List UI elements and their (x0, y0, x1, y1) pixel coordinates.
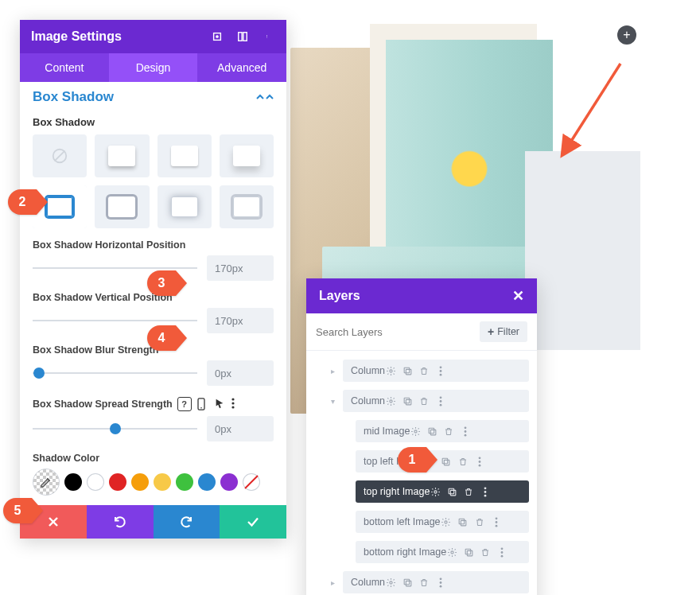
gear-icon[interactable] (385, 395, 396, 406)
gear-icon[interactable] (441, 516, 452, 527)
save-button[interactable] (220, 505, 286, 539)
more-icon[interactable] (261, 29, 275, 44)
svg-point-60 (389, 581, 391, 583)
more-icon[interactable] (491, 516, 502, 527)
layer-row[interactable]: ▸Column (309, 567, 534, 595)
color-black[interactable] (64, 473, 82, 491)
color-yellow[interactable] (154, 473, 171, 491)
shadow-preset-3[interactable] (220, 134, 274, 177)
duplicate-icon[interactable] (402, 365, 413, 376)
color-picker-button[interactable] (33, 469, 60, 496)
layer-row[interactable]: ▸top right Image (309, 476, 534, 507)
layer-label[interactable]: bottom left Image (356, 511, 529, 533)
layer-row[interactable]: ▾Column (309, 386, 534, 416)
spread-value[interactable]: 0px (207, 416, 274, 441)
vertical-value[interactable]: 170px (207, 308, 274, 333)
help-icon[interactable] (235, 29, 250, 44)
option-more-icon[interactable] (231, 398, 244, 410)
layer-row[interactable]: ▸mid Image (309, 416, 534, 446)
color-green[interactable] (176, 473, 193, 491)
trash-icon[interactable] (443, 426, 454, 437)
color-orange[interactable] (131, 473, 149, 491)
responsive-phone-icon[interactable] (196, 398, 209, 410)
shadow-preset-none[interactable] (33, 134, 87, 177)
trash-icon[interactable] (418, 395, 430, 406)
duplicate-icon[interactable] (426, 426, 438, 437)
color-red[interactable] (109, 473, 126, 491)
layer-label[interactable]: top left Image (356, 450, 529, 472)
svg-point-13 (231, 402, 234, 404)
filter-label: Filter (497, 326, 519, 337)
blur-value[interactable]: 0px (207, 360, 274, 386)
svg-rect-56 (465, 549, 471, 554)
gear-icon[interactable] (410, 426, 421, 437)
more-icon[interactable] (435, 395, 446, 406)
gear-icon[interactable] (446, 546, 457, 558)
duplicate-icon[interactable] (463, 546, 474, 558)
duplicate-icon[interactable] (402, 577, 413, 588)
layer-label[interactable]: Column (343, 571, 529, 593)
trash-icon[interactable] (480, 546, 491, 558)
shadow-preset-6[interactable] (158, 185, 212, 228)
trash-icon[interactable] (474, 516, 485, 527)
shadow-preset-1[interactable] (95, 134, 149, 177)
caret-right-icon[interactable]: ▸ (327, 367, 338, 375)
section-collapse-icon[interactable] (256, 93, 274, 101)
layer-row[interactable]: ▸bottom left Image (309, 507, 534, 537)
layers-search-input[interactable] (316, 326, 473, 338)
section-box-shadow[interactable]: Box Shadow (33, 83, 274, 110)
trash-icon[interactable] (463, 486, 474, 497)
color-white[interactable] (87, 473, 104, 491)
shadow-preset-5[interactable] (95, 185, 149, 228)
add-section-button[interactable]: + (617, 25, 636, 45)
spread-slider[interactable] (33, 421, 197, 437)
color-none[interactable] (243, 473, 260, 491)
more-icon[interactable] (435, 577, 446, 588)
spread-help-icon[interactable]: ? (177, 397, 192, 411)
duplicate-icon[interactable] (457, 516, 469, 527)
gear-icon[interactable] (385, 577, 396, 588)
caret-right-icon[interactable]: ▸ (327, 578, 338, 587)
duplicate-icon[interactable] (441, 456, 452, 467)
more-icon[interactable] (435, 365, 446, 376)
duplicate-icon[interactable] (402, 395, 413, 406)
expand-icon[interactable] (210, 29, 224, 44)
more-icon[interactable] (474, 456, 485, 467)
trash-icon[interactable] (418, 365, 430, 376)
hover-cursor-icon[interactable] (214, 398, 227, 410)
layer-label[interactable]: Column (343, 360, 529, 382)
layer-label[interactable]: top right Image (356, 480, 529, 503)
blur-slider[interactable] (33, 365, 197, 381)
gear-icon[interactable] (385, 365, 396, 376)
caret-down-icon[interactable]: ▾ (327, 397, 338, 406)
svg-point-40 (478, 461, 480, 463)
layers-filter-button[interactable]: + Filter (480, 321, 527, 342)
color-purple[interactable] (220, 473, 238, 491)
shadow-preset-7[interactable] (220, 185, 274, 228)
layer-label[interactable]: Column (343, 390, 529, 412)
layer-actions (430, 486, 491, 497)
undo-button[interactable] (87, 505, 154, 539)
redo-button[interactable] (154, 505, 220, 539)
trash-icon[interactable] (457, 456, 469, 467)
svg-point-29 (440, 403, 442, 406)
svg-point-39 (478, 457, 480, 459)
trash-icon[interactable] (418, 577, 430, 588)
gear-icon[interactable] (430, 486, 441, 497)
layer-row[interactable]: ▸Column (309, 356, 534, 386)
more-icon[interactable] (460, 426, 471, 437)
layers-close-button[interactable]: ✕ (512, 289, 524, 303)
tab-advanced[interactable]: Advanced (197, 53, 286, 82)
horizontal-value[interactable]: 170px (207, 255, 274, 281)
tab-content[interactable]: Content (20, 53, 109, 82)
tab-design[interactable]: Design (109, 53, 198, 82)
color-blue[interactable] (198, 473, 216, 491)
more-icon[interactable] (480, 486, 491, 497)
layer-label[interactable]: mid Image (356, 420, 529, 442)
layer-row[interactable]: ▸bottom right Image (309, 537, 534, 567)
shadow-preset-2[interactable] (158, 134, 212, 177)
more-icon[interactable] (496, 546, 508, 558)
svg-point-53 (495, 524, 497, 527)
layer-label[interactable]: bottom right Image (356, 541, 529, 563)
duplicate-icon[interactable] (446, 486, 457, 497)
